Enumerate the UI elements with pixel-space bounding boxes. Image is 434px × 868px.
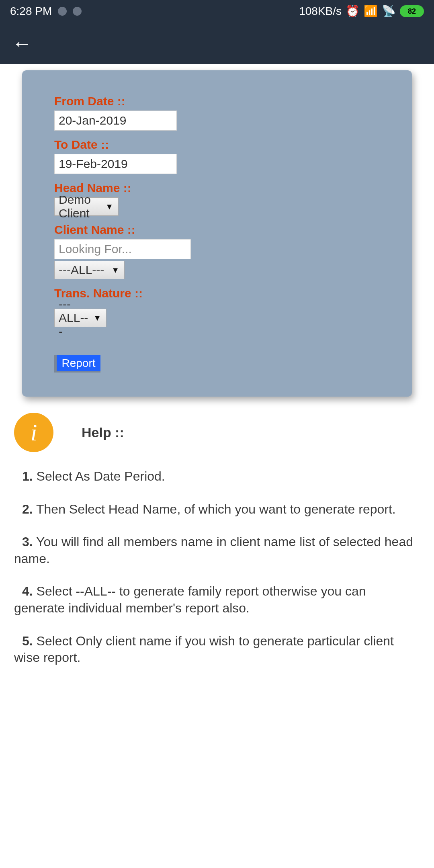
app-bar: ←: [0, 22, 434, 64]
status-bar: 6:28 PM 108KB/s ⏰ 📶 📡 82: [0, 0, 434, 22]
help-item: 1. Select As Date Period.: [14, 468, 420, 485]
back-arrow-icon[interactable]: ←: [12, 33, 32, 53]
report-form-card: From Date :: To Date :: Head Name :: Dem…: [22, 70, 412, 397]
trans-nature-select-value: ---ALL---: [59, 297, 90, 338]
help-item: 2. Then Select Head Name, of which you w…: [14, 501, 420, 518]
battery-icon: 82: [400, 5, 424, 17]
help-item: 5. Select Only client name if you wish t…: [14, 633, 420, 666]
client-name-input[interactable]: [54, 239, 191, 259]
content: From Date :: To Date :: Head Name :: Dem…: [0, 64, 434, 694]
help-header: i Help ::: [0, 397, 434, 456]
info-icon: i: [14, 413, 53, 452]
wifi-icon: 📡: [382, 4, 396, 18]
trans-nature-label: Trans. Nature ::: [54, 287, 380, 300]
trans-nature-select[interactable]: ---ALL--- ▼: [54, 309, 106, 327]
status-dot-icon: [73, 7, 82, 16]
alarm-icon: ⏰: [346, 4, 360, 18]
status-dot-icon: [58, 7, 67, 16]
status-right: 108KB/s ⏰ 📶 📡 82: [299, 4, 424, 18]
help-item: 4. Select --ALL-- to generate family rep…: [14, 583, 420, 616]
help-list: 1. Select As Date Period. 2. Then Select…: [0, 456, 434, 694]
to-date-input[interactable]: [54, 154, 177, 174]
status-left: 6:28 PM: [10, 5, 82, 18]
client-name-select-value: ---ALL---: [59, 263, 104, 277]
status-time: 6:28 PM: [10, 5, 52, 18]
to-date-label: To Date ::: [54, 138, 380, 151]
status-speed: 108KB/s: [299, 5, 342, 18]
head-name-select-value: Demo Client: [59, 193, 102, 220]
chevron-down-icon: ▼: [93, 313, 101, 323]
head-name-label: Head Name ::: [54, 181, 380, 195]
from-date-input[interactable]: [54, 111, 177, 131]
client-name-select[interactable]: ---ALL--- ▼: [54, 261, 125, 279]
report-button[interactable]: Report: [54, 355, 100, 373]
chevron-down-icon: ▼: [105, 202, 113, 211]
client-name-label: Client Name ::: [54, 223, 380, 237]
head-name-select[interactable]: Demo Client ▼: [54, 197, 119, 216]
from-date-label: From Date ::: [54, 94, 380, 108]
chevron-down-icon: ▼: [111, 266, 119, 275]
signal-icon: 📶: [364, 4, 378, 18]
help-title: Help ::: [82, 425, 124, 440]
help-item: 3. You will find all members name in cli…: [14, 534, 420, 567]
